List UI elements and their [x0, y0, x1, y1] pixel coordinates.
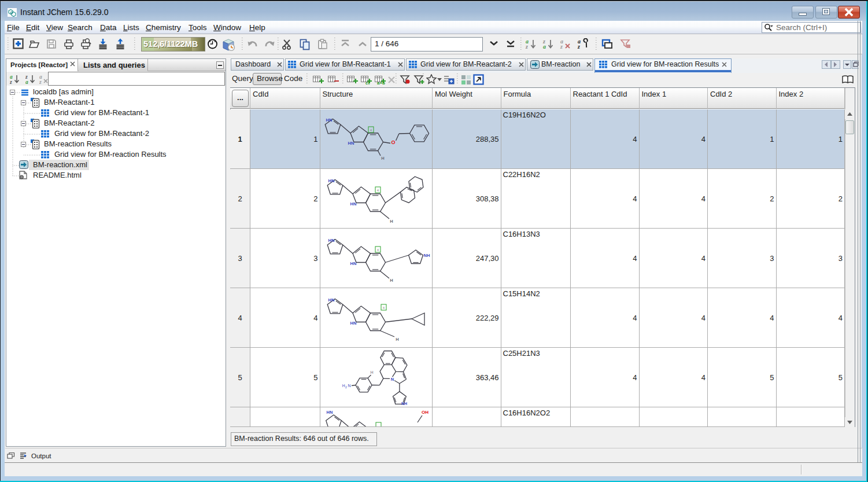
svg-text:4: 4 — [376, 189, 379, 192]
svg-text:a+b: a+b — [377, 80, 385, 85]
svg-text:NH: NH — [401, 402, 407, 406]
svg-text:z: z — [10, 79, 12, 85]
svg-text:HN: HN — [326, 410, 333, 415]
svg-text:H: H — [390, 219, 393, 224]
svg-text:H: H — [396, 337, 398, 342]
svg-text:z: z — [577, 43, 580, 50]
svg-text:H: H — [390, 278, 393, 283]
svg-text:HN: HN — [350, 321, 356, 326]
svg-text:2: 2 — [345, 385, 347, 389]
svg-text:H: H — [381, 156, 384, 161]
svg-text:a: a — [543, 43, 546, 50]
svg-text:ct: ct — [365, 80, 370, 85]
svg-text:a: a — [25, 79, 28, 85]
svg-text:HN: HN — [348, 141, 354, 146]
svg-text:z: z — [39, 79, 42, 85]
svg-text:N: N — [390, 377, 393, 382]
svg-text:HN: HN — [328, 178, 334, 183]
svg-text:4: 4 — [382, 306, 385, 310]
svg-text:z: z — [560, 43, 563, 50]
svg-text:H: H — [370, 370, 373, 374]
svg-text:H: H — [342, 384, 345, 388]
svg-text:z: z — [525, 43, 528, 50]
svg-text:HN: HN — [326, 117, 332, 123]
svg-text:HN: HN — [328, 238, 334, 243]
svg-text:NH: NH — [423, 253, 430, 258]
svg-text:O: O — [391, 139, 395, 145]
svg-text:HN: HN — [328, 297, 334, 303]
svg-text:N: N — [348, 384, 350, 388]
svg-text:4: 4 — [376, 248, 379, 252]
svg-text:HN: HN — [350, 261, 356, 266]
svg-text:OH: OH — [422, 410, 429, 415]
svg-text:4: 4 — [370, 128, 372, 132]
svg-text:HN: HN — [350, 201, 356, 207]
